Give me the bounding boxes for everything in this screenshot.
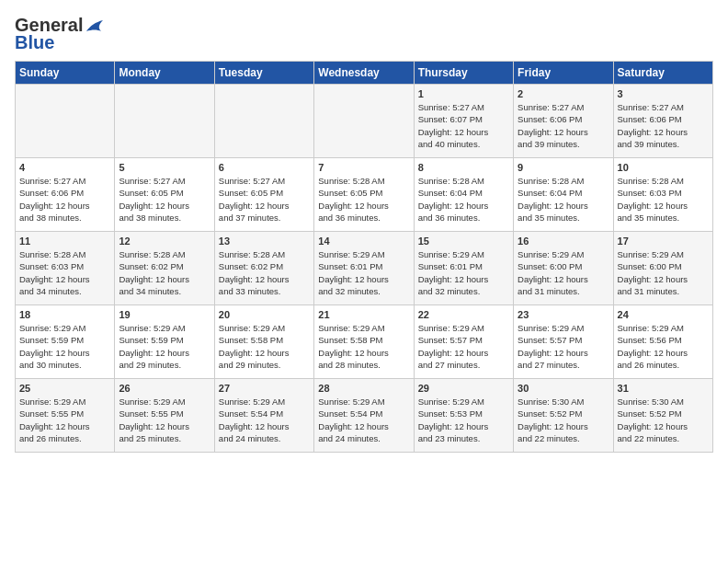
weekday-header-thursday: Thursday bbox=[414, 62, 513, 85]
day-number: 9 bbox=[518, 162, 609, 173]
day-info: Sunrise: 5:28 AM Sunset: 6:03 PM Dayligh… bbox=[19, 248, 110, 297]
day-number: 25 bbox=[19, 383, 110, 394]
day-number: 18 bbox=[19, 309, 110, 320]
day-number: 3 bbox=[618, 88, 709, 99]
calendar-cell: 19Sunrise: 5:29 AM Sunset: 5:59 PM Dayli… bbox=[115, 305, 214, 379]
day-info: Sunrise: 5:27 AM Sunset: 6:05 PM Dayligh… bbox=[119, 175, 210, 224]
week-row-1: 1Sunrise: 5:27 AM Sunset: 6:07 PM Daylig… bbox=[16, 85, 713, 158]
day-info: Sunrise: 5:29 AM Sunset: 5:59 PM Dayligh… bbox=[19, 322, 110, 371]
day-info: Sunrise: 5:29 AM Sunset: 5:55 PM Dayligh… bbox=[119, 396, 210, 444]
calendar-cell: 12Sunrise: 5:28 AM Sunset: 6:02 PM Dayli… bbox=[115, 232, 214, 305]
calendar-cell bbox=[214, 85, 313, 158]
day-number: 13 bbox=[219, 236, 310, 247]
day-number: 29 bbox=[418, 383, 509, 394]
calendar-cell: 3Sunrise: 5:27 AM Sunset: 6:06 PM Daylig… bbox=[613, 85, 712, 158]
day-info: Sunrise: 5:29 AM Sunset: 6:00 PM Dayligh… bbox=[618, 248, 709, 297]
calendar-cell: 15Sunrise: 5:29 AM Sunset: 6:01 PM Dayli… bbox=[414, 232, 513, 305]
day-number: 11 bbox=[19, 236, 110, 247]
day-number: 26 bbox=[119, 383, 210, 394]
day-number: 12 bbox=[119, 236, 210, 247]
weekday-header-monday: Monday bbox=[115, 62, 214, 85]
weekday-header-tuesday: Tuesday bbox=[214, 62, 313, 85]
weekday-header-row: SundayMondayTuesdayWednesdayThursdayFrid… bbox=[16, 62, 713, 85]
day-info: Sunrise: 5:28 AM Sunset: 6:04 PM Dayligh… bbox=[518, 175, 609, 224]
day-number: 14 bbox=[318, 236, 409, 247]
day-info: Sunrise: 5:28 AM Sunset: 6:05 PM Dayligh… bbox=[318, 175, 409, 224]
calendar-cell: 30Sunrise: 5:30 AM Sunset: 5:52 PM Dayli… bbox=[514, 379, 613, 453]
day-number: 15 bbox=[418, 236, 509, 247]
calendar-cell: 21Sunrise: 5:29 AM Sunset: 5:58 PM Dayli… bbox=[314, 305, 414, 379]
day-number: 2 bbox=[518, 88, 609, 99]
day-info: Sunrise: 5:29 AM Sunset: 5:57 PM Dayligh… bbox=[518, 322, 609, 371]
calendar-cell: 29Sunrise: 5:29 AM Sunset: 5:53 PM Dayli… bbox=[414, 379, 513, 453]
day-number: 23 bbox=[518, 309, 609, 320]
day-info: Sunrise: 5:27 AM Sunset: 6:06 PM Dayligh… bbox=[19, 175, 110, 224]
day-number: 5 bbox=[119, 162, 210, 173]
calendar-cell: 14Sunrise: 5:29 AM Sunset: 6:01 PM Dayli… bbox=[314, 232, 414, 305]
day-info: Sunrise: 5:30 AM Sunset: 5:52 PM Dayligh… bbox=[518, 396, 609, 444]
calendar-cell bbox=[115, 85, 214, 158]
logo: General Blue bbox=[15, 15, 105, 53]
day-number: 17 bbox=[618, 236, 709, 247]
calendar-cell: 28Sunrise: 5:29 AM Sunset: 5:54 PM Dayli… bbox=[314, 379, 414, 453]
weekday-header-saturday: Saturday bbox=[613, 62, 712, 85]
calendar-cell: 7Sunrise: 5:28 AM Sunset: 6:05 PM Daylig… bbox=[314, 158, 414, 232]
calendar-cell: 20Sunrise: 5:29 AM Sunset: 5:58 PM Dayli… bbox=[214, 305, 313, 379]
page-header: General Blue bbox=[15, 15, 713, 53]
day-info: Sunrise: 5:29 AM Sunset: 5:59 PM Dayligh… bbox=[119, 322, 210, 371]
day-info: Sunrise: 5:29 AM Sunset: 5:54 PM Dayligh… bbox=[318, 396, 409, 444]
calendar-cell: 4Sunrise: 5:27 AM Sunset: 6:06 PM Daylig… bbox=[16, 158, 115, 232]
day-info: Sunrise: 5:29 AM Sunset: 6:01 PM Dayligh… bbox=[318, 248, 409, 297]
calendar-cell: 24Sunrise: 5:29 AM Sunset: 5:56 PM Dayli… bbox=[613, 305, 712, 379]
day-info: Sunrise: 5:27 AM Sunset: 6:07 PM Dayligh… bbox=[418, 101, 509, 150]
calendar-cell bbox=[314, 85, 414, 158]
calendar-cell: 2Sunrise: 5:27 AM Sunset: 6:06 PM Daylig… bbox=[514, 85, 613, 158]
day-number: 19 bbox=[119, 309, 210, 320]
day-info: Sunrise: 5:28 AM Sunset: 6:03 PM Dayligh… bbox=[618, 175, 709, 224]
day-info: Sunrise: 5:29 AM Sunset: 5:53 PM Dayligh… bbox=[418, 396, 509, 444]
day-info: Sunrise: 5:29 AM Sunset: 6:00 PM Dayligh… bbox=[518, 248, 609, 297]
day-number: 16 bbox=[518, 236, 609, 247]
weekday-header-wednesday: Wednesday bbox=[314, 62, 414, 85]
calendar-cell: 22Sunrise: 5:29 AM Sunset: 5:57 PM Dayli… bbox=[414, 305, 513, 379]
day-info: Sunrise: 5:29 AM Sunset: 5:55 PM Dayligh… bbox=[19, 396, 110, 444]
week-row-4: 18Sunrise: 5:29 AM Sunset: 5:59 PM Dayli… bbox=[16, 305, 713, 379]
calendar-cell: 26Sunrise: 5:29 AM Sunset: 5:55 PM Dayli… bbox=[115, 379, 214, 453]
calendar-cell: 18Sunrise: 5:29 AM Sunset: 5:59 PM Dayli… bbox=[16, 305, 115, 379]
calendar-cell: 17Sunrise: 5:29 AM Sunset: 6:00 PM Dayli… bbox=[613, 232, 712, 305]
calendar-cell: 9Sunrise: 5:28 AM Sunset: 6:04 PM Daylig… bbox=[514, 158, 613, 232]
day-number: 10 bbox=[618, 162, 709, 173]
day-info: Sunrise: 5:29 AM Sunset: 5:58 PM Dayligh… bbox=[318, 322, 409, 371]
calendar-cell: 13Sunrise: 5:28 AM Sunset: 6:02 PM Dayli… bbox=[214, 232, 313, 305]
day-number: 20 bbox=[219, 309, 310, 320]
calendar-cell: 25Sunrise: 5:29 AM Sunset: 5:55 PM Dayli… bbox=[16, 379, 115, 453]
day-info: Sunrise: 5:27 AM Sunset: 6:06 PM Dayligh… bbox=[518, 101, 609, 150]
day-number: 4 bbox=[19, 162, 110, 173]
day-number: 8 bbox=[418, 162, 509, 173]
calendar-cell: 10Sunrise: 5:28 AM Sunset: 6:03 PM Dayli… bbox=[613, 158, 712, 232]
day-info: Sunrise: 5:27 AM Sunset: 6:06 PM Dayligh… bbox=[618, 101, 709, 150]
day-number: 24 bbox=[618, 309, 709, 320]
calendar-table: SundayMondayTuesdayWednesdayThursdayFrid… bbox=[15, 61, 713, 453]
week-row-5: 25Sunrise: 5:29 AM Sunset: 5:55 PM Dayli… bbox=[16, 379, 713, 453]
day-info: Sunrise: 5:29 AM Sunset: 5:58 PM Dayligh… bbox=[219, 322, 310, 371]
calendar-cell: 16Sunrise: 5:29 AM Sunset: 6:00 PM Dayli… bbox=[514, 232, 613, 305]
calendar-cell bbox=[16, 85, 115, 158]
day-info: Sunrise: 5:29 AM Sunset: 5:56 PM Dayligh… bbox=[618, 322, 709, 371]
calendar-cell: 27Sunrise: 5:29 AM Sunset: 5:54 PM Dayli… bbox=[214, 379, 313, 453]
weekday-header-sunday: Sunday bbox=[16, 62, 115, 85]
day-number: 7 bbox=[318, 162, 409, 173]
calendar-cell: 1Sunrise: 5:27 AM Sunset: 6:07 PM Daylig… bbox=[414, 85, 513, 158]
day-info: Sunrise: 5:30 AM Sunset: 5:52 PM Dayligh… bbox=[618, 396, 709, 444]
day-info: Sunrise: 5:29 AM Sunset: 5:54 PM Dayligh… bbox=[219, 396, 310, 444]
calendar-cell: 8Sunrise: 5:28 AM Sunset: 6:04 PM Daylig… bbox=[414, 158, 513, 232]
logo-blue: Blue bbox=[15, 32, 54, 53]
calendar-cell: 11Sunrise: 5:28 AM Sunset: 6:03 PM Dayli… bbox=[16, 232, 115, 305]
day-number: 22 bbox=[418, 309, 509, 320]
day-info: Sunrise: 5:28 AM Sunset: 6:02 PM Dayligh… bbox=[119, 248, 210, 297]
day-number: 30 bbox=[518, 383, 609, 394]
logo-bird-icon bbox=[85, 18, 105, 33]
day-info: Sunrise: 5:28 AM Sunset: 6:04 PM Dayligh… bbox=[418, 175, 509, 224]
day-info: Sunrise: 5:29 AM Sunset: 5:57 PM Dayligh… bbox=[418, 322, 509, 371]
day-number: 31 bbox=[618, 383, 709, 394]
